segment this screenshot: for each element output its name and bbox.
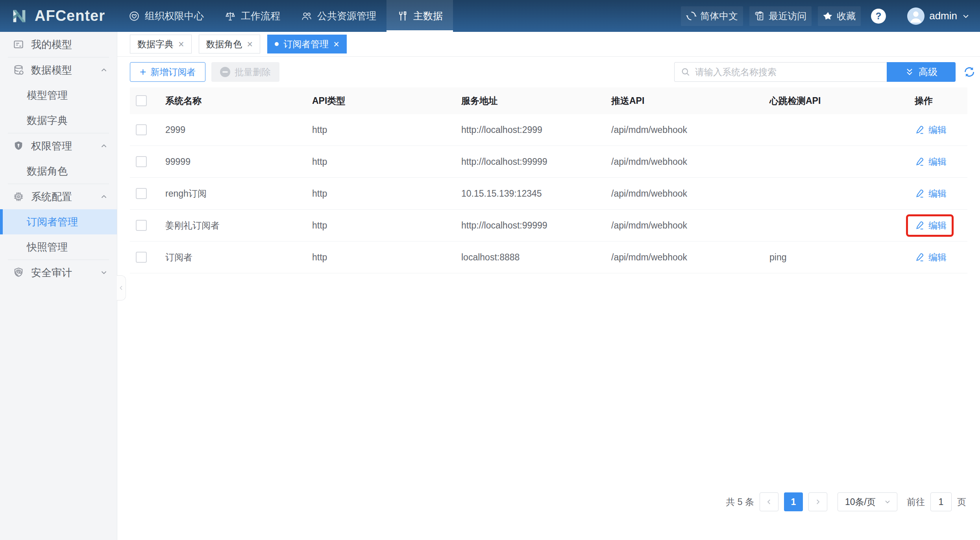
tab-subscriber-management[interactable]: 订阅者管理 ×: [267, 35, 347, 53]
edit-button[interactable]: 编辑: [915, 124, 947, 136]
edit-button[interactable]: 编辑: [915, 219, 947, 232]
pencil-icon: [915, 188, 925, 199]
nav-label: 工作流程: [241, 9, 280, 22]
table-row: 姜刚礼订阅者 http http://localhost:99999 /api/…: [130, 210, 967, 241]
page-number-button[interactable]: 1: [784, 492, 803, 511]
cell-api-type: http: [312, 188, 461, 199]
main-nav: 组织权限中心 工作流程: [118, 0, 453, 32]
edit-button[interactable]: 编辑: [915, 156, 947, 168]
model-card-icon: [13, 39, 24, 50]
chevron-up-icon: [100, 142, 108, 150]
col-service-address: 服务地址: [461, 95, 611, 107]
refresh-icon[interactable]: [963, 65, 976, 79]
sidebar-item-my-models[interactable]: 我的模型: [0, 32, 117, 57]
row-checkbox[interactable]: [136, 220, 147, 231]
nav-item-org-permission-center[interactable]: 组织权限中心: [118, 0, 214, 32]
favorites-label: 收藏: [837, 10, 856, 22]
pagination: 共 5 条 1 10条/页 前往 页: [726, 492, 966, 511]
sidebar-collapse-handle[interactable]: [117, 275, 126, 300]
star-icon: [823, 11, 833, 21]
prev-page-button[interactable]: [760, 492, 778, 511]
edit-button[interactable]: 编辑: [915, 251, 947, 264]
sidebar-item-label: 数据字典: [27, 114, 68, 127]
cell-actions: 编辑: [912, 156, 967, 168]
tab-data-roles[interactable]: 数据角色 ×: [199, 35, 261, 53]
sidebar-item-label: 数据模型: [31, 63, 72, 77]
tab-data-dictionary[interactable]: 数据字典 ×: [130, 35, 192, 53]
pencil-icon: [915, 220, 925, 230]
cell-api-type: http: [312, 157, 461, 167]
sidebar-item-model-management[interactable]: 模型管理: [0, 83, 117, 108]
cell-heartbeat-api: ping: [769, 252, 912, 263]
recent-visits[interactable]: 最近访问: [749, 6, 812, 26]
table-row: 99999 http http://localhost:99999 /api/m…: [130, 146, 967, 178]
sidebar-item-data-models[interactable]: 数据模型: [0, 57, 117, 83]
nav-label: 组织权限中心: [145, 9, 204, 22]
sidebar-item-permission-management[interactable]: 权限管理: [0, 133, 117, 158]
double-chevron-down-icon: [905, 67, 914, 77]
sidebar-item-snapshot-management[interactable]: 快照管理: [0, 234, 117, 260]
goto-page-input[interactable]: [930, 492, 952, 511]
sidebar-item-label: 订阅者管理: [27, 215, 78, 229]
table-header: 系统名称 API类型 服务地址 推送API 心跳检测API 操作: [130, 87, 967, 114]
sidebar-item-subscriber-management[interactable]: 订阅者管理: [0, 209, 117, 234]
close-icon[interactable]: ×: [247, 39, 253, 49]
add-subscriber-button[interactable]: + 新增订阅者: [130, 62, 205, 82]
cell-actions: 编辑: [912, 251, 967, 264]
tab-label: 订阅者管理: [283, 38, 329, 50]
sidebar-item-system-config[interactable]: 系统配置: [0, 184, 117, 209]
language-switcher[interactable]: 简体中文: [681, 6, 743, 26]
nav-label: 主数据: [413, 9, 443, 22]
col-push-api: 推送API: [611, 95, 769, 107]
sidebar-item-data-dictionary[interactable]: 数据字典: [0, 108, 117, 133]
edit-button[interactable]: 编辑: [915, 188, 947, 200]
scales-icon: [224, 10, 236, 22]
batch-delete-button[interactable]: 批量删除: [211, 62, 279, 82]
row-checkbox[interactable]: [136, 252, 147, 263]
sidebar-item-label: 安全审计: [31, 266, 72, 280]
chevron-down-icon: [100, 268, 108, 277]
cell-push-api: /api/mdm/webhook: [611, 125, 769, 135]
cell-push-api: /api/mdm/webhook: [611, 252, 769, 263]
select-all-checkbox[interactable]: [136, 95, 147, 106]
close-icon[interactable]: ×: [333, 39, 339, 49]
app-root: AFCenter 组织权限中心 工作流程: [0, 0, 980, 540]
row-checkbox[interactable]: [136, 124, 147, 135]
tab-label: 数据角色: [206, 38, 242, 50]
cell-service-address: http://localhost:99999: [461, 157, 611, 167]
people-icon: [301, 10, 312, 22]
cell-push-api: /api/mdm/webhook: [611, 220, 769, 231]
sidebar-item-label: 我的模型: [31, 38, 72, 52]
user-menu[interactable]: admin: [907, 7, 970, 25]
nav-item-public-resources[interactable]: 公共资源管理: [290, 0, 386, 32]
cell-api-type: http: [312, 252, 461, 263]
active-dot-icon: [275, 42, 279, 46]
sidebar: 我的模型 数据模型 模型管理 数据字典: [0, 32, 117, 540]
row-checkbox[interactable]: [136, 188, 147, 199]
logo-icon: [10, 7, 28, 25]
row-checkbox[interactable]: [136, 156, 147, 167]
pencil-icon: [915, 157, 925, 167]
page-size-select[interactable]: 10条/页: [838, 492, 897, 511]
chevron-down-icon: [884, 498, 891, 506]
favorites[interactable]: 收藏: [818, 6, 861, 26]
sidebar-item-data-roles[interactable]: 数据角色: [0, 158, 117, 184]
search-input[interactable]: [695, 67, 881, 77]
next-page-button[interactable]: [808, 492, 827, 511]
edit-label: 编辑: [928, 219, 947, 232]
search-area: 高级: [674, 62, 976, 82]
help-button[interactable]: ?: [871, 9, 886, 24]
tools-icon: [397, 10, 409, 22]
nav-item-workflow[interactable]: 工作流程: [214, 0, 290, 32]
close-icon[interactable]: ×: [178, 39, 184, 49]
cell-system-name: 订阅者: [165, 251, 312, 264]
sidebar-item-security-audit[interactable]: 安全审计: [0, 260, 117, 285]
col-actions: 操作: [912, 95, 967, 107]
avatar: [907, 7, 925, 25]
cell-system-name: rengh订阅: [165, 188, 312, 200]
nav-item-master-data[interactable]: 主数据: [386, 0, 453, 32]
sidebar-item-label: 系统配置: [31, 190, 72, 204]
tab-bar: 数据字典 × 数据角色 × 订阅者管理 ×: [117, 32, 980, 57]
advanced-search-button[interactable]: 高级: [887, 62, 956, 82]
total-count: 共 5 条: [726, 496, 754, 508]
